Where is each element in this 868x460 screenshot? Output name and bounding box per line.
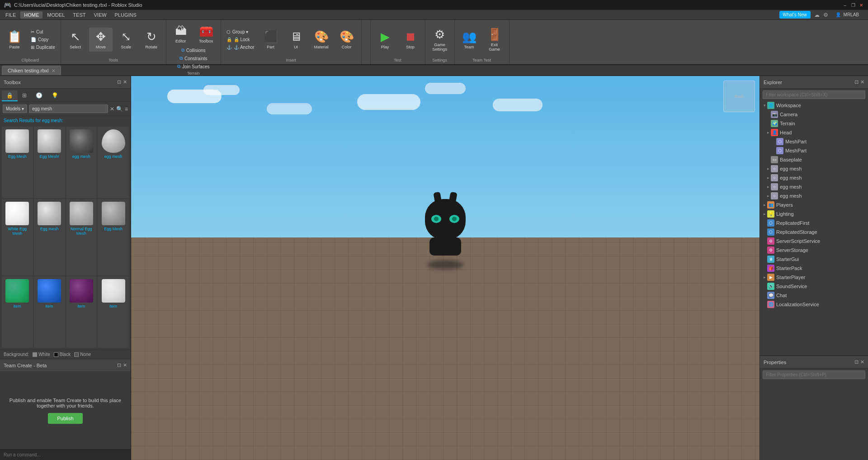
properties-close-icon[interactable]: ✕ xyxy=(860,359,864,365)
active-tab[interactable]: Chiken testing.rbxl ✕ xyxy=(2,66,61,75)
viewport-canvas[interactable]: Back xyxy=(131,76,760,460)
select-button[interactable]: ↖ Select xyxy=(64,28,87,52)
search-input[interactable] xyxy=(29,104,108,113)
collisions-button[interactable]: ⧉ Collisions xyxy=(179,47,208,54)
tree-item-head[interactable]: ▸ 👤 Head xyxy=(760,128,868,137)
group-button[interactable]: ⬡ Group ▾ xyxy=(224,28,251,35)
list-item[interactable]: Egg Mesh xyxy=(2,127,33,198)
exit-game-button[interactable]: 🚪 ExitGame xyxy=(483,25,506,54)
properties-filter-input[interactable] xyxy=(763,370,865,379)
explorer-close-icon[interactable]: ✕ xyxy=(860,79,864,85)
tree-item-baseplate[interactable]: ▭ Baseplate xyxy=(760,155,868,164)
game-settings-button[interactable]: ⚙ GameSettings xyxy=(428,25,452,54)
tree-item-meshpart2[interactable]: ⬡ MeshPart xyxy=(760,146,868,155)
bg-white-checkbox[interactable] xyxy=(33,352,37,357)
list-item[interactable]: Normal Egg Mesh xyxy=(66,199,97,275)
copy-button[interactable]: 📄 Copy xyxy=(28,36,58,43)
explorer-expand-icon[interactable]: ⊡ xyxy=(854,79,859,85)
material-button[interactable]: 🎨 Material xyxy=(310,28,333,52)
tree-item-sound-service[interactable]: 🔊 SoundService xyxy=(760,282,868,291)
bg-black-checkbox[interactable] xyxy=(54,352,58,357)
list-item[interactable]: item xyxy=(66,276,97,348)
tree-item-eggmesh2[interactable]: ▸ ○ egg mesh xyxy=(760,173,868,182)
expand-icon[interactable]: ▸ xyxy=(765,185,771,189)
expand-icon[interactable]: ▸ xyxy=(762,203,767,207)
tb-tab-recent[interactable]: 🕐 xyxy=(31,90,47,101)
tree-item-server-script[interactable]: ⚙ ServerScriptService xyxy=(760,237,868,246)
duplicate-button[interactable]: ⊞ Duplicate xyxy=(28,44,58,51)
team-create-close-icon[interactable]: ✕ xyxy=(123,362,127,368)
expand-icon[interactable]: ▸ xyxy=(765,194,771,198)
list-item[interactable]: Egg Mesh! xyxy=(34,127,65,198)
tab-close-button[interactable]: ✕ xyxy=(52,68,55,73)
properties-expand-icon[interactable]: ⊡ xyxy=(854,359,859,365)
expand-icon[interactable]: ▸ xyxy=(762,212,767,216)
toolbox-ribbon-button[interactable]: 🧰 Toolbox xyxy=(194,22,218,46)
search-clear-icon[interactable]: ✕ xyxy=(110,106,114,112)
list-item[interactable]: item xyxy=(34,276,65,348)
paste-button[interactable]: 📋 Paste xyxy=(3,28,26,52)
tree-item-camera[interactable]: 📷 Camera xyxy=(760,110,868,119)
tree-item-players[interactable]: ▸ 👥 Players xyxy=(760,200,868,209)
list-item[interactable]: Egg Mesh xyxy=(98,199,129,275)
ui-button[interactable]: 🖥 UI xyxy=(284,28,308,52)
publish-button[interactable]: Publish xyxy=(48,413,82,424)
expand-icon[interactable]: ▸ xyxy=(762,275,767,280)
command-input[interactable] xyxy=(4,452,127,457)
list-item[interactable]: Egg mesh xyxy=(34,199,65,275)
constraints-button[interactable]: ⧉ Constraints xyxy=(177,55,210,62)
anchor-button[interactable]: ⚓ ⚓ Anchor xyxy=(224,44,257,51)
tb-tab-lock[interactable]: 🔒 xyxy=(2,90,18,101)
list-item[interactable]: egg mesh xyxy=(98,127,129,198)
color-button[interactable]: 🎨 Color xyxy=(335,28,359,52)
team-button[interactable]: 👥 Team xyxy=(458,28,481,52)
tree-item-meshpart1[interactable]: ⬡ MeshPart xyxy=(760,137,868,146)
tree-item-localization[interactable]: 🌐 LocalizationService xyxy=(760,300,868,309)
expand-icon[interactable]: ▾ xyxy=(762,103,767,108)
tree-item-lighting[interactable]: ▸ 💡 Lighting xyxy=(760,209,868,218)
tree-item-eggmesh3[interactable]: ▸ ○ egg mesh xyxy=(760,182,868,191)
tree-item-starter-player[interactable]: ▸ ▶ StarterPlayer xyxy=(760,273,868,282)
expand-icon[interactable]: ▸ xyxy=(765,130,771,135)
scale-button[interactable]: ⤡ Scale xyxy=(114,28,138,52)
tree-item-workspace[interactable]: ▾ 🌐 Workspace xyxy=(760,101,868,110)
tree-item-replicated-first[interactable]: ⬡ ReplicatedFirst xyxy=(760,218,868,228)
search-options-icon[interactable]: ≡ xyxy=(125,106,128,112)
menu-model[interactable]: MODEL xyxy=(43,11,68,19)
close-button[interactable]: ✕ xyxy=(858,2,864,8)
menu-view[interactable]: VIEW xyxy=(90,11,110,19)
bg-none-checkbox[interactable] xyxy=(74,352,79,357)
tree-item-starter-pack[interactable]: 🎒 StarterPack xyxy=(760,264,868,273)
menu-file[interactable]: FILE xyxy=(2,11,19,19)
editor-button[interactable]: 🏔 Editor xyxy=(169,22,193,46)
tb-tab-grid[interactable]: ⊞ xyxy=(18,90,31,101)
toolbox-close-icon[interactable]: ✕ xyxy=(123,79,127,85)
list-item[interactable]: item xyxy=(98,276,129,348)
bg-none-option[interactable]: None xyxy=(74,352,91,357)
tree-item-eggmesh4[interactable]: ▸ ○ egg mesh xyxy=(760,191,868,200)
title-bar-controls[interactable]: – ❒ ✕ xyxy=(842,2,864,8)
viewport[interactable]: Back xyxy=(131,76,760,460)
tree-item-replicated-storage[interactable]: ⬡ ReplicatedStorage xyxy=(760,228,868,237)
expand-icon[interactable]: ▸ xyxy=(765,175,771,180)
tb-tab-light[interactable]: 💡 xyxy=(47,90,63,101)
whats-new-button[interactable]: What's New xyxy=(779,11,811,19)
toolbox-expand-icon[interactable]: ⊡ xyxy=(117,79,121,85)
search-submit-icon[interactable]: 🔍 xyxy=(116,106,123,112)
list-item[interactable]: item xyxy=(2,276,33,348)
model-dropdown[interactable]: Models ▾ xyxy=(3,104,27,113)
part-button[interactable]: ⬛ Part xyxy=(259,28,283,52)
tree-item-starter-gui[interactable]: 🖥 StarterGui xyxy=(760,255,868,264)
explorer-filter-input[interactable] xyxy=(763,90,865,99)
lock-button[interactable]: 🔒 🔒 Lock xyxy=(224,36,253,43)
tree-item-server-storage[interactable]: ⚙ ServerStorage xyxy=(760,246,868,255)
menu-home[interactable]: HOME xyxy=(20,11,42,19)
list-item[interactable]: White Egg Mesh xyxy=(2,199,33,275)
list-item[interactable]: egg mesh xyxy=(66,127,97,198)
tree-item-eggmesh1[interactable]: ▸ ○ egg mesh xyxy=(760,164,868,173)
join-surfaces-button[interactable]: ⧉ Join Surfaces xyxy=(175,63,212,70)
bg-black-option[interactable]: Black xyxy=(54,352,71,357)
cut-button[interactable]: ✂ Cut xyxy=(28,28,58,35)
nav-cube[interactable]: Back xyxy=(723,81,755,112)
move-button[interactable]: ✥ Move xyxy=(89,28,113,52)
